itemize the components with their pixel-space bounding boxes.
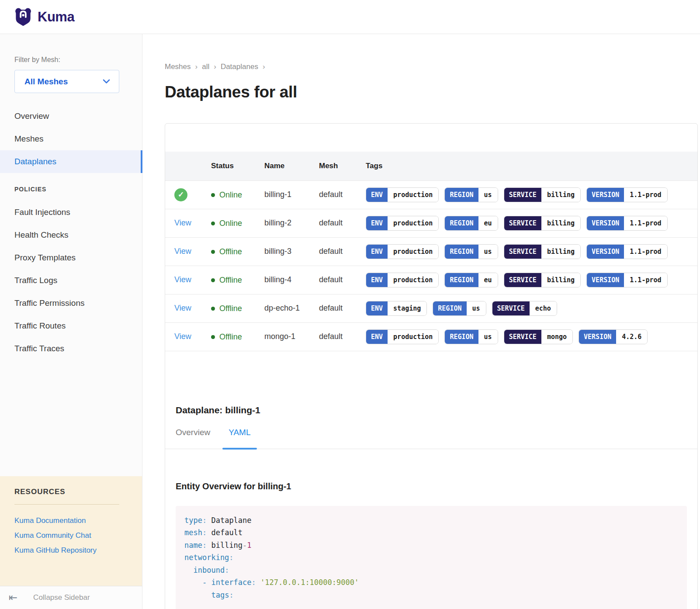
tag-version: VERSION4.2.6 [579,329,648,344]
resources-links: Kuma DocumentationKuma Community ChatKum… [14,513,128,558]
filter-by-mesh-label: Filter by Mesh: [14,56,142,64]
tag-service: SERVICEbilling [504,187,581,202]
view-link[interactable]: View [174,304,191,312]
tag-env: ENVproduction [366,244,439,259]
resource-link-kuma-documentation[interactable]: Kuma Documentation [14,513,128,528]
selected-check-icon: ✓ [174,188,187,201]
code-line: name: billing-1 [184,539,678,552]
tag-env: ENVproduction [366,273,439,287]
yaml-code-block: type: Dataplanemesh: defaultname: billin… [176,506,687,609]
table-row-billing-1: ✓Onlinebilling-1defaultENVproductionREGI… [165,180,697,209]
status-dot-icon [211,221,215,225]
sidebar-item-traffic-logs[interactable]: Traffic Logs [0,269,142,292]
sidebar-item-overview[interactable]: Overview [0,105,142,128]
breadcrumb-item-all[interactable]: all [202,62,209,71]
resource-link-kuma-community-chat[interactable]: Kuma Community Chat [14,528,128,543]
collapse-sidebar-button[interactable]: ⇤ Collapse Sidebar [0,586,142,609]
table-row-dp-echo-1: ViewOfflinedp-echo-1defaultENVstagingREG… [165,294,697,322]
table-body: ✓Onlinebilling-1defaultENVproductionREGI… [165,180,697,351]
mesh-cell: default [319,237,366,266]
tag-region: REGIONus [444,329,498,344]
name-cell: billing-2 [264,209,319,237]
detail-tabs: OverviewYAML [165,428,697,449]
mesh-filter-value: All Meshes [24,77,68,87]
brand-name: Kuma [38,9,74,25]
tags-cell: ENVstagingREGIONusSERVICEecho [366,294,697,322]
code-line: - interface: '127.0.0.1:10000:9000' [184,576,678,589]
name-cell: billing-1 [264,180,319,209]
mesh-cell: default [319,180,366,209]
tab-yaml[interactable]: YAML [222,428,256,449]
breadcrumb-separator: › [263,62,265,71]
view-link[interactable]: View [174,218,191,227]
dataplanes-table: Status Name Mesh Tags ✓Onlinebilling-1de… [165,152,697,351]
view-link[interactable]: View [174,332,191,341]
tag-service: SERVICEbilling [504,244,581,259]
status-badge: Offline [211,304,242,313]
name-cell: mongo-1 [264,322,319,351]
code-line: inbound: [184,564,678,577]
sidebar-item-traffic-routes[interactable]: Traffic Routes [0,315,142,337]
resources-divider [14,504,119,505]
sidebar-item-label: Proxy Templates [14,253,76,263]
resources-section-label: RESOURCES [14,488,128,496]
name-cell: dp-echo-1 [264,294,319,322]
breadcrumb-item-meshes[interactable]: Meshes [165,62,191,71]
sidebar-item-health-checks[interactable]: Health Checks [0,224,142,246]
breadcrumb: Meshes›all›Dataplanes› [165,62,700,71]
status-dot-icon [211,250,215,254]
status-badge: Offline [211,247,242,256]
tag-region: REGIONus [444,244,498,259]
tag-version: VERSION1.1-prod [586,273,667,287]
kuma-logo[interactable]: Kuma [14,7,74,27]
tag-env: ENVstaging [366,301,427,316]
tag-region: REGIONus [444,187,498,202]
sidebar-policies-nav: Fault InjectionsHealth ChecksProxy Templ… [0,201,142,360]
app-header: Kuma [0,0,700,34]
code-line: type: Dataplane [184,514,678,527]
tag-region: REGIONeu [444,273,498,287]
view-link[interactable]: View [174,275,191,284]
table-row-billing-4: ViewOfflinebilling-4defaultENVproduction… [165,266,697,294]
breadcrumb-item-dataplanes[interactable]: Dataplanes [221,62,258,71]
status-badge: Offline [211,276,242,285]
sidebar-item-label: Fault Injections [14,208,70,217]
tab-overview[interactable]: Overview [176,428,216,449]
tag-region: REGIONus [433,301,486,316]
collapse-arrow-icon: ⇤ [9,592,17,603]
collapse-sidebar-label: Collapse Sidebar [33,593,90,602]
sidebar-item-proxy-templates[interactable]: Proxy Templates [0,246,142,269]
name-cell: billing-4 [264,266,319,294]
chevron-down-icon [103,79,110,84]
column-header-action [165,152,211,180]
column-header-mesh: Mesh [319,152,366,180]
entity-overview-heading: Entity Overview for billing-1 [176,481,697,491]
code-line: tags: [184,589,678,602]
view-link[interactable]: View [174,247,191,256]
column-header-tags: Tags [366,152,697,180]
tags-cell: ENVproductionREGIONeuSERVICEbillingVERSI… [366,266,697,294]
resources-panel: RESOURCES Kuma DocumentationKuma Communi… [0,476,142,586]
mesh-cell: default [319,322,366,351]
table-header-row: Status Name Mesh Tags [165,152,697,180]
sidebar-item-label: Traffic Traces [14,344,64,353]
tag-version: VERSION1.1-prod [586,216,667,231]
sidebar-item-label: Health Checks [14,230,69,240]
table-row-billing-2: ViewOnlinebilling-2defaultENVproductionR… [165,209,697,237]
resource-link-kuma-github-repository[interactable]: Kuma GitHub Repository [14,543,128,558]
dataplanes-card: Status Name Mesh Tags ✓Onlinebilling-1de… [165,123,698,609]
sidebar-item-traffic-permissions[interactable]: Traffic Permissions [0,292,142,315]
sidebar-item-dataplanes[interactable]: Dataplanes [0,150,142,173]
mesh-cell: default [319,294,366,322]
tag-region: REGIONeu [444,216,498,231]
tag-version: VERSION1.1-prod [586,244,667,259]
sidebar-nav: OverviewMeshesDataplanes [0,105,142,173]
policies-section-label: POLICIES [14,185,142,193]
sidebar-item-fault-injections[interactable]: Fault Injections [0,201,142,224]
tags-cell: ENVproductionREGIONusSERVICEbillingVERSI… [366,237,697,266]
mesh-filter-select[interactable]: All Meshes [14,70,119,93]
tag-service: SERVICEmongo [504,329,573,344]
sidebar-item-traffic-traces[interactable]: Traffic Traces [0,337,142,360]
sidebar-item-meshes[interactable]: Meshes [0,128,142,150]
tags-cell: ENVproductionREGIONusSERVICEmongoVERSION… [366,322,697,351]
